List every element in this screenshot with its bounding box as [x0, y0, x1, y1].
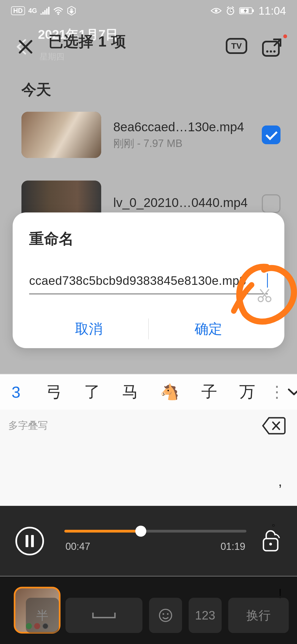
candidate-item[interactable]: 3: [4, 383, 35, 401]
key-space[interactable]: [65, 598, 142, 633]
candidate-item[interactable]: 弓: [35, 381, 73, 403]
cancel-button[interactable]: 取消: [29, 310, 148, 348]
selection-count: 已选择 1 项: [48, 32, 126, 52]
svg-point-10: [266, 50, 268, 53]
confirm-button[interactable]: 确定: [149, 310, 268, 348]
scissors-icon[interactable]: [256, 287, 273, 304]
status-right: 11:04: [211, 5, 286, 17]
candidate-emoji[interactable]: 🐴: [149, 383, 190, 401]
candidate-item[interactable]: 万: [228, 381, 266, 403]
pause-button[interactable]: [15, 527, 44, 555]
text-cursor: [267, 273, 268, 288]
candidate-item[interactable]: 马: [111, 381, 149, 403]
rename-input[interactable]: [29, 271, 268, 294]
svg-point-11: [270, 50, 272, 53]
time-current: 00:47: [65, 541, 90, 552]
wifi-icon: [53, 7, 64, 15]
video-thumbnail: [21, 112, 101, 158]
svg-point-18: [163, 613, 164, 615]
header-weekday: 星期四: [40, 51, 126, 62]
alarm-icon: [226, 6, 235, 16]
edit-icon[interactable]: [261, 37, 284, 56]
expand-candidates-icon[interactable]: [288, 380, 297, 404]
checkbox-on[interactable]: [262, 125, 280, 144]
hd-badge: HD: [11, 6, 25, 15]
file-row[interactable]: 8ea6ccaed…130e.mp4 刚刚 - 7.97 MB: [21, 110, 280, 160]
notification-dot-icon: [283, 34, 287, 38]
status-time: 11:04: [258, 5, 286, 17]
svg-rect-5: [252, 9, 254, 12]
signal-icon: [40, 7, 50, 15]
candidate-item-more: ⋮: [266, 383, 288, 401]
svg-point-2: [215, 9, 218, 12]
header: 2021年1月7日 已选择 1 项 星期四 TV: [0, 25, 297, 69]
hand-icon: [67, 6, 76, 15]
lock-icon[interactable]: [260, 529, 282, 553]
svg-point-16: [269, 543, 272, 545]
status-left: HD 4G: [11, 6, 76, 15]
video-player-bar: 00:47 01:19: [0, 506, 297, 576]
key-emoji[interactable]: [149, 598, 182, 633]
ime-candidate-bar: 3 弓 了 马 🐴 子 万 ⋮: [0, 374, 297, 410]
rename-dialog: 重命名 取消 确定: [13, 212, 284, 348]
candidate-item[interactable]: 了: [73, 381, 111, 403]
ime-hint: 多字叠写: [8, 419, 48, 432]
close-button[interactable]: [13, 34, 38, 59]
bottom-dock: 半 123 换行: [0, 576, 297, 644]
backspace-icon[interactable]: [261, 416, 286, 435]
cast-icon[interactable]: TV: [225, 37, 248, 56]
keyboard-bottom-row: 半 123 换行: [26, 598, 289, 633]
svg-text:TV: TV: [231, 41, 242, 50]
file-name: lv_0_20210…0440.mp4: [113, 195, 262, 210]
key-enter[interactable]: 换行: [228, 598, 289, 633]
file-name: 8ea6ccaed…130e.mp4: [113, 119, 262, 134]
battery-icon: [239, 7, 255, 15]
svg-point-12: [273, 50, 276, 53]
network-4g-icon: 4G: [28, 7, 37, 15]
checkbox-off[interactable]: [262, 194, 280, 213]
header-titles: 2021年1月7日 已选择 1 项 星期四: [38, 28, 126, 62]
svg-point-19: [167, 613, 169, 615]
file-meta: 刚刚 - 7.97 MB: [113, 137, 262, 151]
progress-knob[interactable]: [135, 526, 146, 537]
time-total: 01:19: [221, 541, 245, 552]
status-bar: HD 4G 11:04: [0, 0, 297, 21]
key-half[interactable]: 半: [26, 598, 59, 633]
key-123[interactable]: 123: [189, 598, 222, 633]
eye-icon: [211, 7, 222, 14]
section-today: 今天: [21, 80, 51, 100]
progress-bar[interactable]: 00:47 01:19: [64, 530, 246, 552]
dialog-title: 重命名: [29, 229, 268, 249]
punct-comma[interactable]: ,: [278, 473, 282, 489]
svg-point-17: [160, 609, 172, 621]
candidate-item[interactable]: 子: [190, 381, 228, 403]
svg-point-0: [57, 13, 59, 15]
